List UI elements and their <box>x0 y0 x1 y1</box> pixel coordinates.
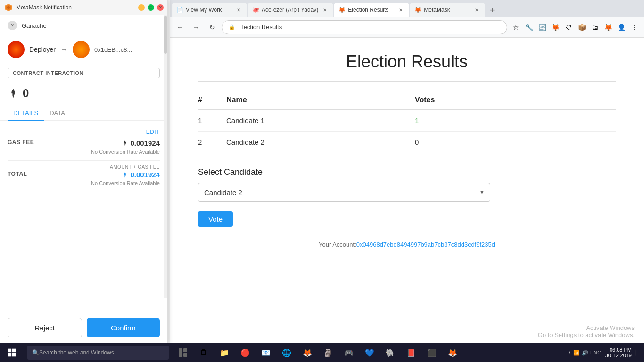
col-header-name: Name <box>226 91 415 109</box>
page-divider <box>198 81 616 82</box>
browser-tab-election[interactable]: 🦊 Election Results ✕ <box>334 3 409 17</box>
total-conversion: No Conversion Rate Available <box>8 181 160 186</box>
browser-window: 📄 View My Work ✕ 🐙 Ace-ezer (Arpit Yadav… <box>170 0 644 343</box>
page-main: Election Results # Name Votes 1 Candidat… <box>170 38 644 343</box>
scrollbar[interactable] <box>164 15 167 298</box>
bookmarks-icon[interactable]: ☆ <box>510 22 521 33</box>
taskview-icon <box>178 348 188 357</box>
results-table: # Name Votes 1 Candidate 1 1 2 Candidate… <box>198 91 616 153</box>
metamask-header: ? Ganache <box>0 15 167 36</box>
contract-avatar <box>73 41 90 58</box>
confirm-button[interactable]: Confirm <box>87 318 160 337</box>
show-desktop[interactable]: ▏ <box>636 350 639 356</box>
total-value-row: 0.001924 <box>122 171 160 179</box>
account-label: Your Account: <box>319 241 356 248</box>
sublime-icon[interactable]: 🗒 <box>195 343 212 362</box>
contract-badge: CONTRACT INTERACTION <box>8 68 160 78</box>
browser-tab-metamask[interactable]: 🦊 MetaMask ✕ <box>410 3 485 17</box>
svg-point-2 <box>7 6 10 9</box>
chrome-icon[interactable]: 🌐 <box>278 343 295 362</box>
maximize-button[interactable]: □ <box>148 4 154 11</box>
edit-link[interactable]: EDIT <box>146 129 160 135</box>
browser-tabs: 📄 View My Work ✕ 🐙 Ace-ezer (Arpit Yadav… <box>170 0 644 17</box>
systray-chevron[interactable]: ∧ <box>568 350 571 356</box>
tab-close-election[interactable]: ✕ <box>397 6 405 14</box>
row2-name: Candidate 2 <box>226 132 415 153</box>
tab-data[interactable]: DATA <box>44 106 71 121</box>
eth-small-icon <box>122 140 128 147</box>
volume-icon[interactable]: 🔊 <box>582 350 588 356</box>
taskbar-clock[interactable]: 06:08 PM 30-12-2019 <box>605 347 632 358</box>
minimize-button[interactable]: — <box>138 4 145 11</box>
ext-icon-6[interactable]: 🦊 <box>603 22 614 33</box>
tab-label-github: Ace-ezer (Arpit Yadav) <box>262 7 318 13</box>
scrollbar-thumb[interactable] <box>164 16 167 54</box>
taskbar-search-box[interactable]: 🔍 Search the web and Windows <box>27 346 169 360</box>
svg-rect-14 <box>12 349 16 353</box>
metamask-tabs: DETAILS DATA <box>0 106 167 121</box>
app-icon-8[interactable]: 🎮 <box>340 343 357 362</box>
ext-icon-3[interactable]: 🛡 <box>563 22 574 33</box>
xampp-icon[interactable]: 🔴 <box>237 343 254 362</box>
svg-rect-18 <box>183 348 187 352</box>
clock-date: 30-12-2019 <box>605 353 632 358</box>
row2-id: 2 <box>198 132 226 153</box>
tab-details[interactable]: DETAILS <box>8 106 44 121</box>
browser-tab-viewmywork[interactable]: 📄 View My Work ✕ <box>172 3 247 17</box>
search-icon: 🔍 <box>32 349 39 356</box>
terminal-icon[interactable]: ⬛ <box>423 343 440 362</box>
gas-fee-label: GAS FEE <box>8 139 34 146</box>
ext-icon-2[interactable]: 🔄 <box>537 22 548 33</box>
ext-icon-1[interactable]: 🔧 <box>523 22 535 33</box>
back-button[interactable]: ← <box>173 21 187 34</box>
forward-button[interactable]: → <box>190 21 203 34</box>
address-bar[interactable]: 🔒 Election Results <box>222 20 507 34</box>
action-buttons: Reject Confirm <box>0 312 167 343</box>
eth-total-icon <box>122 172 128 178</box>
systray: ∧ 📶 🔊 ENG <box>568 350 602 356</box>
account-row: Deployer → 0x1cEB...c8... <box>0 36 167 63</box>
ext-icon-7[interactable]: 👤 <box>616 22 627 33</box>
svg-rect-15 <box>8 353 12 357</box>
candidate-select[interactable]: Candidate 1 Candidate 2 <box>198 183 490 202</box>
col-header-votes: Votes <box>415 91 616 109</box>
menu-button[interactable]: ⋮ <box>629 22 640 33</box>
eth-amount-row: 0 <box>0 83 167 102</box>
lang-label[interactable]: ENG <box>590 350 602 355</box>
tab-close-metamask[interactable]: ✕ <box>473 6 480 14</box>
browser-tab-github[interactable]: 🐙 Ace-ezer (Arpit Yadav) ✕ <box>248 3 333 17</box>
svg-rect-19 <box>183 353 187 357</box>
select-wrapper: Candidate 1 Candidate 2 <box>198 183 490 202</box>
address-text: Election Results <box>238 24 282 31</box>
close-button[interactable]: ✕ <box>157 4 164 11</box>
reload-button[interactable]: ↻ <box>206 21 219 34</box>
tab-close-github[interactable]: ✕ <box>321 6 329 14</box>
gas-fee-eth: 0.001924 <box>130 139 160 147</box>
account-avatar <box>8 41 25 58</box>
help-icon[interactable]: ? <box>8 21 17 30</box>
arrow-right-icon[interactable]: → <box>60 45 68 54</box>
acrobat-icon[interactable]: 📕 <box>403 343 420 362</box>
metamask-taskbar-icon[interactable]: 🦊 <box>444 343 461 362</box>
network-icon[interactable]: 📶 <box>573 350 580 356</box>
tableplus-icon[interactable]: 🐘 <box>382 343 399 362</box>
ext-icon-4[interactable]: 📦 <box>576 22 587 33</box>
start-button[interactable] <box>0 343 24 362</box>
reject-button[interactable]: Reject <box>8 318 82 337</box>
extensions: ☆ 🔧 🔄 🦊 🛡 📦 🗂 🦊 👤 ⋮ <box>510 22 640 33</box>
vscode-icon[interactable]: 💙 <box>361 343 378 362</box>
tab-label-viewmywork: View My Work <box>186 7 222 13</box>
app-icon-7[interactable]: 🗿 <box>320 343 337 362</box>
amount-gas-label: AMOUNT + GAS FEE <box>8 165 160 170</box>
network-label: Ganache <box>22 22 47 29</box>
new-tab-button[interactable]: + <box>486 4 499 17</box>
vote-button[interactable]: Vote <box>198 211 233 227</box>
ext-icon-firefox[interactable]: 🦊 <box>550 22 561 33</box>
ext-icon-5[interactable]: 🗂 <box>589 22 601 33</box>
firefox-icon[interactable]: 🦊 <box>299 343 316 362</box>
explorer-icon[interactable]: 📁 <box>216 343 233 362</box>
email-icon[interactable]: 📧 <box>257 343 274 362</box>
col-header-hash: # <box>198 91 226 109</box>
taskview-button[interactable] <box>174 343 191 362</box>
tab-close-viewmywork[interactable]: ✕ <box>235 6 242 14</box>
